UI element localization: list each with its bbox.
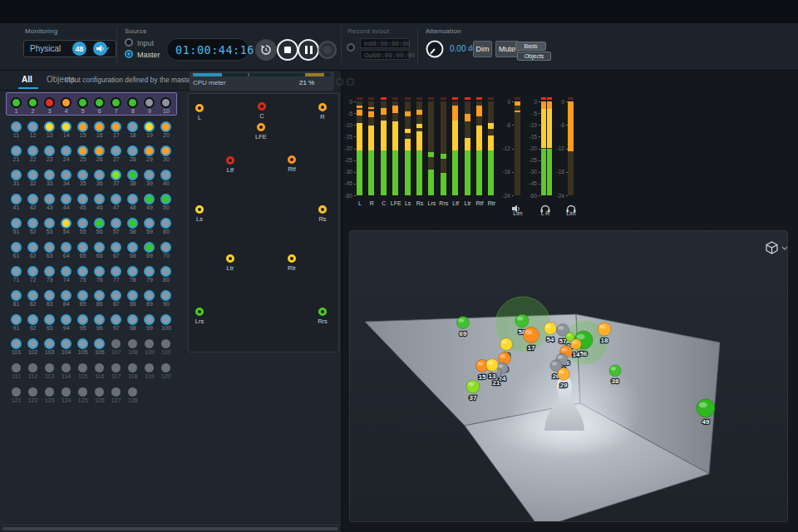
channel-dot-42[interactable] [27, 194, 38, 204]
channel-dot-79[interactable] [144, 266, 155, 277]
channel-dot-102[interactable] [27, 338, 38, 349]
channel-dot-66[interactable] [94, 242, 105, 253]
channel-dot-78[interactable] [127, 266, 138, 277]
channel-dot-57[interactable] [111, 218, 121, 229]
channel-dot-104[interactable] [61, 338, 71, 349]
channel-dot-35[interactable] [77, 170, 88, 180]
channel-dot-69[interactable] [144, 242, 155, 253]
channel-dot-80[interactable] [160, 266, 171, 277]
channel-dot-50[interactable] [160, 194, 171, 204]
channel-dot-90[interactable] [160, 290, 171, 301]
channel-dot-40[interactable] [160, 170, 171, 180]
channel-dot-13[interactable] [44, 121, 55, 132]
channel-dot-1[interactable] [11, 97, 22, 108]
channel-dot-17[interactable] [111, 121, 121, 132]
channel-dot-31[interactable] [11, 170, 22, 180]
channel-dot-127[interactable] [111, 387, 121, 397]
channel-dot-58[interactable] [127, 218, 138, 229]
channel-dot-51[interactable] [11, 218, 22, 229]
channel-dot-116[interactable] [95, 363, 104, 372]
channel-dot-74[interactable] [61, 266, 71, 277]
channel-dot-65[interactable] [77, 242, 88, 253]
channel-dot-21[interactable] [11, 145, 22, 156]
monitor-speaker-button[interactable] [93, 42, 107, 56]
channel-dot-70[interactable] [160, 242, 171, 253]
channel-dot-76[interactable] [94, 266, 105, 277]
channel-dot-114[interactable] [62, 363, 71, 372]
channel-dot-110[interactable] [161, 339, 170, 348]
channel-dot-24[interactable] [61, 145, 71, 156]
channel-dot-27[interactable] [111, 145, 121, 156]
object-ball-58[interactable] [515, 314, 529, 328]
channel-dot-111[interactable] [12, 363, 21, 372]
channel-dot-113[interactable] [45, 363, 54, 372]
channel-dot-19[interactable] [144, 121, 155, 132]
tab-all[interactable]: All [22, 75, 32, 84]
cpu-reset-all-icon[interactable] [347, 78, 354, 86]
object-ball-14[interactable] [571, 339, 582, 350]
channel-dot-89[interactable] [144, 290, 155, 301]
object-ball-37[interactable] [466, 380, 480, 393]
channel-dot-2[interactable] [27, 97, 38, 108]
channel-dot-16[interactable] [94, 121, 105, 132]
channel-dot-29[interactable] [144, 145, 155, 156]
channel-dot-5[interactable] [77, 97, 88, 108]
stop-button[interactable] [277, 39, 298, 61]
channel-dot-41[interactable] [11, 194, 22, 204]
record-arm-radio[interactable] [347, 43, 355, 52]
object-ball-13[interactable] [486, 359, 499, 372]
channel-dot-126[interactable] [95, 387, 104, 397]
channel-dot-26[interactable] [94, 145, 105, 156]
object-ball-38[interactable] [609, 365, 621, 377]
channel-dot-7[interactable] [111, 97, 121, 108]
channel-dot-23[interactable] [44, 145, 55, 156]
channel-dot-109[interactable] [145, 339, 154, 348]
channel-dot-10[interactable] [160, 97, 171, 108]
channel-dot-119[interactable] [145, 363, 154, 372]
channel-dot-117[interactable] [111, 363, 121, 372]
channel-dot-91[interactable] [11, 314, 22, 325]
channel-dot-9[interactable] [144, 97, 155, 108]
object-ball-69[interactable] [457, 317, 470, 329]
channel-dot-52[interactable] [27, 218, 38, 229]
channel-dot-73[interactable] [44, 266, 55, 277]
channel-dot-105[interactable] [77, 338, 88, 349]
channel-dot-112[interactable] [28, 363, 37, 372]
channel-dot-59[interactable] [144, 218, 155, 229]
channel-dot-122[interactable] [28, 387, 37, 397]
mute-beds-button[interactable]: Beds [515, 42, 546, 51]
record-in-field[interactable]: In 00:00:00:00 [360, 38, 410, 48]
room-3d-view[interactable]: 6958545717182056143625262916192421151337… [350, 231, 787, 521]
channel-dot-30[interactable] [160, 145, 171, 156]
channel-dot-64[interactable] [61, 242, 71, 253]
channel-dot-95[interactable] [77, 314, 88, 325]
pause-button[interactable] [298, 39, 319, 61]
return-to-start-button[interactable] [255, 39, 277, 61]
channel-dot-96[interactable] [94, 314, 105, 325]
channel-dot-86[interactable] [94, 290, 105, 301]
channel-dot-120[interactable] [161, 363, 170, 372]
channel-dot-38[interactable] [127, 170, 138, 180]
channel-dot-60[interactable] [160, 218, 171, 229]
channel-dot-11[interactable] [11, 121, 22, 132]
channel-dot-6[interactable] [94, 97, 105, 108]
channel-dot-8[interactable] [127, 97, 138, 108]
channel-dot-92[interactable] [27, 314, 38, 325]
channel-dot-34[interactable] [61, 170, 71, 180]
channel-dot-118[interactable] [128, 363, 137, 372]
object-ball-29[interactable] [558, 368, 570, 381]
channel-dot-53[interactable] [44, 218, 55, 229]
channel-dot-84[interactable] [61, 290, 71, 301]
channel-dot-81[interactable] [11, 290, 22, 301]
channel-dot-67[interactable] [111, 242, 121, 253]
channel-dot-18[interactable] [127, 121, 138, 132]
timecode-display[interactable]: 01:00:44:16 24 [166, 38, 249, 61]
object-ball-16[interactable] [500, 338, 513, 351]
channel-dot-115[interactable] [78, 363, 87, 372]
channel-dot-25[interactable] [77, 145, 88, 156]
channel-dot-106[interactable] [94, 338, 105, 349]
channel-dot-98[interactable] [127, 314, 138, 325]
channel-dot-48[interactable] [127, 194, 138, 204]
channel-dot-108[interactable] [128, 339, 137, 348]
source-input-radio[interactable] [125, 38, 133, 47]
